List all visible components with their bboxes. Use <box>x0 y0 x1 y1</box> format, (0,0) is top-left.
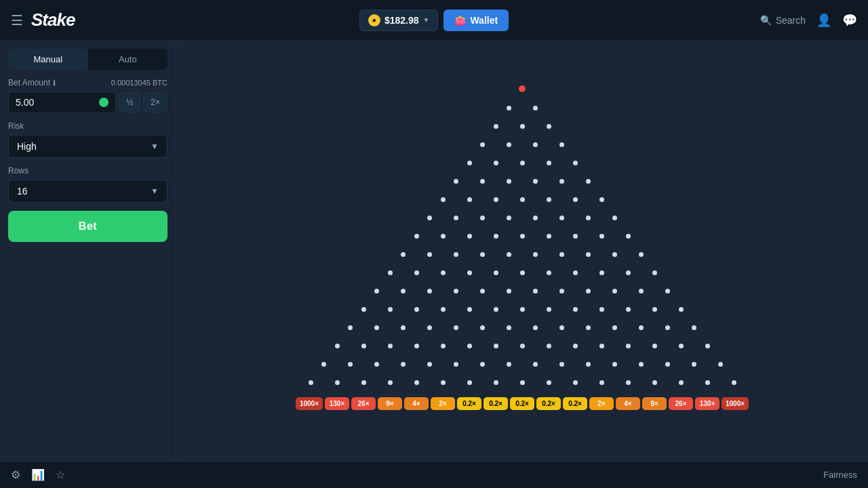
double-button[interactable]: 2× <box>143 92 167 113</box>
rows-select[interactable]: 16 ▼ <box>8 180 167 203</box>
peg <box>454 216 458 220</box>
peg <box>427 289 432 293</box>
menu-icon[interactable]: ☰ <box>11 12 23 28</box>
peg <box>441 197 446 202</box>
peg <box>401 252 406 257</box>
peg-row <box>311 355 734 373</box>
peg <box>388 270 393 275</box>
peg <box>639 289 644 293</box>
bucket: 26× <box>351 397 376 410</box>
peg <box>626 380 631 385</box>
peg <box>586 216 591 220</box>
peg <box>401 362 406 367</box>
peg <box>480 142 485 147</box>
peg <box>335 380 340 385</box>
peg <box>494 161 498 165</box>
tab-manual[interactable]: Manual <box>8 49 88 70</box>
peg <box>652 270 657 275</box>
peg <box>652 380 657 385</box>
peg-row <box>390 245 654 264</box>
peg-row <box>298 373 747 392</box>
chevron-icon: ▼ <box>151 142 159 151</box>
green-dot-icon <box>99 98 108 107</box>
peg <box>665 325 670 330</box>
peg-row <box>377 264 668 282</box>
balance-button[interactable]: ● $182.98 ▼ <box>359 9 439 31</box>
peg <box>374 325 379 330</box>
peg <box>494 197 498 202</box>
star-icon[interactable]: ☆ <box>56 468 65 481</box>
peg <box>467 161 472 165</box>
peg <box>705 344 710 348</box>
header-left: ☰ Stake <box>11 9 359 30</box>
peg <box>547 380 551 385</box>
peg <box>441 234 446 239</box>
bucket: 4× <box>616 397 640 410</box>
peg <box>401 289 406 293</box>
peg <box>321 362 326 367</box>
peg <box>533 289 538 293</box>
chat-icon[interactable]: 💬 <box>842 13 857 28</box>
stats-icon[interactable]: 📊 <box>31 468 45 481</box>
bucket: 0.2× <box>457 397 481 410</box>
peg <box>348 362 353 367</box>
peg <box>573 344 578 348</box>
fairness-label[interactable]: Fairness <box>823 470 857 480</box>
peg <box>507 289 511 293</box>
peg <box>612 325 617 330</box>
peg <box>427 362 432 367</box>
peg <box>388 380 393 385</box>
peg <box>599 344 604 348</box>
peg <box>573 307 578 312</box>
wallet-button[interactable]: 👛 Wallet <box>443 9 509 31</box>
peg <box>599 197 604 202</box>
footer-bar: ⚙ 📊 ☆ Fairness <box>0 461 868 488</box>
half-button[interactable]: ½ <box>119 92 140 113</box>
coin-icon: ● <box>368 14 380 26</box>
peg <box>626 307 631 312</box>
peg <box>612 252 617 257</box>
peg <box>507 179 511 184</box>
peg <box>573 197 578 202</box>
balance-value: $182.98 <box>384 15 419 26</box>
peg <box>348 325 353 330</box>
peg-row <box>469 136 575 154</box>
peg <box>494 380 498 385</box>
peg <box>374 362 379 367</box>
peg <box>599 234 604 239</box>
chevron-down-icon: ▼ <box>423 16 430 24</box>
peg <box>507 216 511 220</box>
peg <box>335 344 340 348</box>
tab-auto[interactable]: Auto <box>88 49 168 70</box>
peg <box>494 307 498 312</box>
peg <box>612 289 617 293</box>
peg <box>520 344 525 348</box>
bucket: 0.2× <box>536 397 561 410</box>
bet-amount-label-row: Bet Amount ℹ 0.00013045 BTC <box>8 78 167 87</box>
user-icon[interactable]: 👤 <box>816 13 831 28</box>
peg <box>559 325 564 330</box>
risk-select[interactable]: High ▼ <box>8 135 167 158</box>
peg <box>652 344 657 348</box>
peg <box>361 344 366 348</box>
peg <box>467 380 472 385</box>
search-button[interactable]: 🔍 Search <box>760 15 806 26</box>
peg <box>586 252 591 257</box>
bet-button[interactable]: Bet <box>8 211 167 242</box>
peg <box>520 270 525 275</box>
peg <box>732 380 736 385</box>
peg <box>441 270 446 275</box>
settings-icon[interactable]: ⚙ <box>11 468 20 481</box>
peg <box>520 234 525 239</box>
tab-group: Manual Auto <box>8 49 167 70</box>
peg-row <box>363 282 681 300</box>
peg <box>626 344 631 348</box>
peg <box>533 179 538 184</box>
bet-input-field[interactable]: 5.00 <box>8 92 116 113</box>
peg-row <box>351 300 694 319</box>
bucket: 9× <box>378 397 402 410</box>
peg <box>533 252 538 257</box>
peg <box>559 289 564 293</box>
search-icon: 🔍 <box>760 15 772 26</box>
peg <box>427 252 432 257</box>
